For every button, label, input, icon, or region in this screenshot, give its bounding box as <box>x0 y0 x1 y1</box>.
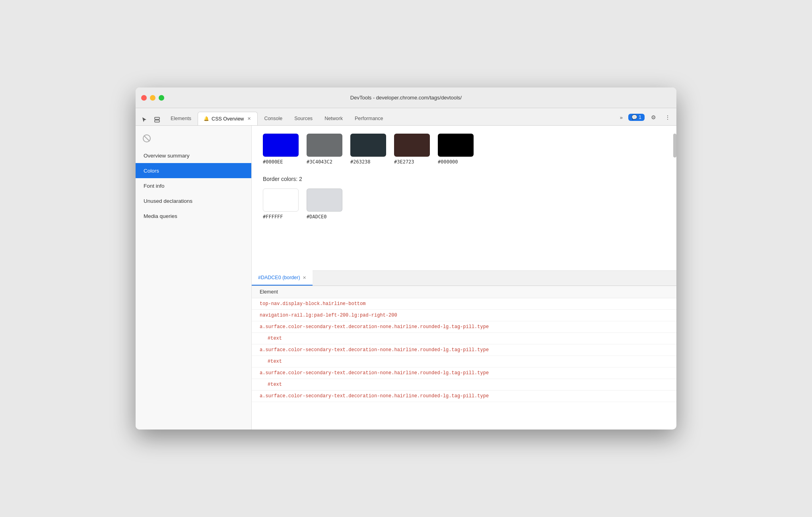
tab-console[interactable]: Console <box>258 112 288 125</box>
color-item-000000: #000000 <box>438 134 474 165</box>
sidebar-item-font-info-label: Font info <box>144 183 165 189</box>
tab-performance[interactable]: Performance <box>349 112 389 125</box>
color-item-263238: #263238 <box>350 134 386 165</box>
table-row[interactable]: #text <box>252 379 676 391</box>
tab-network-label: Network <box>324 116 343 121</box>
main-content: Overview summary Colors Font info Unused… <box>136 126 676 430</box>
tab-console-label: Console <box>264 116 282 121</box>
tab-sources[interactable]: Sources <box>289 112 318 125</box>
layers-button[interactable] <box>152 114 163 125</box>
table-row[interactable]: a.surface.color-secondary-text.decoratio… <box>252 367 676 379</box>
color-label-dadce0: #DADCE0 <box>307 214 327 220</box>
color-item-dadce0: #DADCE0 <box>307 189 342 220</box>
main-scrollbar[interactable] <box>673 126 676 278</box>
color-item-3c4043: #3C4043C2 <box>307 134 342 165</box>
tab-css-overview-icon: 🔔 <box>204 116 209 121</box>
more-options-button[interactable]: ⋮ <box>662 112 673 123</box>
sidebar-item-overview-summary[interactable]: Overview summary <box>136 148 251 163</box>
minimize-button[interactable] <box>150 95 155 101</box>
tab-css-overview-label: CSS Overview <box>212 116 244 122</box>
sidebar-item-font-info[interactable]: Font info <box>136 178 251 193</box>
sidebar-item-colors-label: Colors <box>144 168 159 174</box>
panel-tab-dadce0-close[interactable]: ✕ <box>303 275 306 280</box>
color-swatch-ffffff[interactable] <box>263 189 299 212</box>
cursor-tool-button[interactable] <box>139 114 150 125</box>
tab-css-overview[interactable]: 🔔 CSS Overview ✕ <box>198 112 258 125</box>
panel-tab-dadce0-label: #DADCE0 (border) <box>258 275 300 280</box>
tab-sources-label: Sources <box>294 116 313 121</box>
tab-css-overview-close[interactable]: ✕ <box>246 116 252 122</box>
sidebar-item-unused-declarations[interactable]: Unused declarations <box>136 193 251 208</box>
colors-content: #0000EE #3C4043C2 #263238 #3E2723 <box>252 126 676 270</box>
color-item-ffffff: #FFFFFF <box>263 189 299 220</box>
table-row[interactable]: a.surface.color-secondary-text.decoratio… <box>252 321 676 333</box>
table-row[interactable]: a.surface.color-secondary-text.decoratio… <box>252 344 676 356</box>
sidebar: Overview summary Colors Font info Unused… <box>136 126 252 430</box>
maximize-button[interactable] <box>159 95 164 101</box>
color-item-0000ee: #0000EE <box>263 134 299 165</box>
color-swatch-dadce0[interactable] <box>307 189 342 212</box>
color-label-3e2723: #3E2723 <box>394 159 414 165</box>
border-colors-row: #FFFFFF #DADCE0 <box>263 189 665 220</box>
color-label-000000: #000000 <box>438 159 458 165</box>
color-swatch-0000ee[interactable] <box>263 134 299 157</box>
sidebar-item-media-queries[interactable]: Media queries <box>136 208 251 224</box>
background-colors-row: #0000EE #3C4043C2 #263238 #3E2723 <box>263 134 665 165</box>
color-label-ffffff: #FFFFFF <box>263 214 283 220</box>
color-item-3e2723: #3E2723 <box>394 134 430 165</box>
elements-rows-container: top-nav.display-block.hairline-bottomnav… <box>252 298 676 402</box>
tab-bar: Elements 🔔 CSS Overview ✕ Console Source… <box>136 108 676 126</box>
table-row[interactable]: top-nav.display-block.hairline-bottom <box>252 298 676 310</box>
devtools-window: DevTools - developer.chrome.com/tags/dev… <box>136 87 676 430</box>
panel-tab-dadce0[interactable]: #DADCE0 (border) ✕ <box>252 270 313 286</box>
close-button[interactable] <box>141 95 147 101</box>
tab-elements[interactable]: Elements <box>165 112 197 125</box>
border-colors-section: Border colors: 2 #FFFFFF #DADCE0 <box>263 176 665 220</box>
table-row[interactable]: navigation-rail.lg:pad-left-200.lg:pad-r… <box>252 310 676 321</box>
table-row[interactable]: a.surface.color-secondary-text.decoratio… <box>252 391 676 402</box>
sidebar-item-overview-summary-label: Overview summary <box>144 153 190 159</box>
table-row[interactable]: #text <box>252 333 676 344</box>
window-title: DevTools - developer.chrome.com/tags/dev… <box>350 95 462 101</box>
color-swatch-3c4043[interactable] <box>307 134 342 157</box>
color-swatch-000000[interactable] <box>438 134 474 157</box>
border-colors-title: Border colors: 2 <box>263 176 665 182</box>
color-label-263238: #263238 <box>350 159 371 165</box>
panel-tab-bar: #DADCE0 (border) ✕ <box>252 271 676 286</box>
elements-table-header: Element <box>252 286 676 298</box>
color-label-0000ee: #0000EE <box>263 159 283 165</box>
table-row[interactable]: #text <box>252 356 676 367</box>
tab-network[interactable]: Network <box>319 112 348 125</box>
color-swatch-3e2723[interactable] <box>394 134 430 157</box>
settings-button[interactable]: ⚙ <box>648 112 659 123</box>
sidebar-item-unused-declarations-label: Unused declarations <box>144 198 192 204</box>
chat-badge[interactable]: 💬 1 <box>628 114 645 121</box>
tab-performance-label: Performance <box>355 116 383 121</box>
sidebar-item-colors[interactable]: Colors <box>136 163 251 178</box>
color-label-3c4043: #3C4043C2 <box>307 159 332 165</box>
svg-line-3 <box>144 136 150 141</box>
tab-bar-right: » 💬 1 ⚙ ⋮ <box>618 112 673 125</box>
svg-rect-0 <box>155 117 159 119</box>
tab-overflow-button[interactable]: » <box>618 114 625 121</box>
elements-table: Element top-nav.display-block.hairline-b… <box>252 286 676 430</box>
title-bar: DevTools - developer.chrome.com/tags/dev… <box>136 87 676 108</box>
tab-elements-label: Elements <box>171 116 191 121</box>
color-swatch-263238[interactable] <box>350 134 386 157</box>
sidebar-item-media-queries-label: Media queries <box>144 213 177 219</box>
bottom-panel: #DADCE0 (border) ✕ Element top-nav.displ… <box>252 270 676 430</box>
ban-icon <box>140 132 153 145</box>
svg-rect-1 <box>155 120 159 122</box>
traffic-lights <box>141 95 164 101</box>
